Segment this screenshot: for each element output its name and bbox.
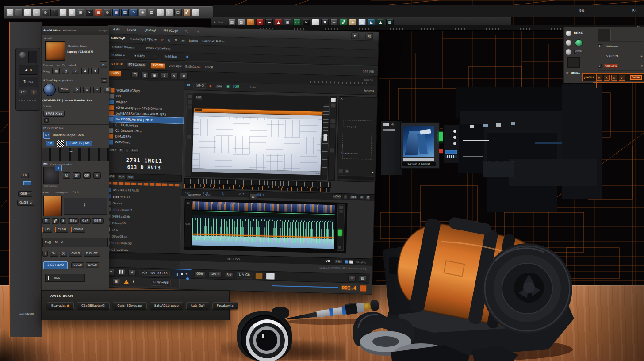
fp-mbw-btn[interactable]: mBw bbox=[58, 87, 70, 92]
bar2-item[interactable]: SSa-GvGgrB TBVa w bbox=[130, 37, 157, 41]
orange-indicator[interactable] bbox=[360, 285, 366, 292]
copy-icon[interactable]: ▣ bbox=[151, 72, 158, 79]
rp-row-paw[interactable]: IRinG bbox=[566, 29, 594, 38]
bar4-item[interactable]: 5 bbox=[153, 54, 155, 58]
thumb-button[interactable]: GM bbox=[83, 172, 91, 179]
fp-button[interactable]: GBM bbox=[92, 218, 104, 224]
fp-x-chip[interactable]: ✕ bbox=[55, 165, 62, 171]
layout-icon-1[interactable]: ⊞ bbox=[348, 275, 356, 281]
fp-button[interactable]: B GbGF bbox=[84, 251, 100, 257]
side-arrow[interactable]: ▸ bbox=[372, 170, 373, 173]
thumb-button[interactable]: G? bbox=[73, 172, 80, 179]
bar2-item[interactable]: JaatBA bbox=[189, 39, 198, 42]
toolbar-icon[interactable]: ▷ bbox=[165, 9, 173, 16]
transport-grid-icon[interactable]: # bbox=[128, 269, 136, 276]
transport-btn-3[interactable]: GB bbox=[225, 272, 234, 278]
fp-button[interactable]: [i] bbox=[60, 251, 67, 257]
save-icon[interactable]: ▥ bbox=[141, 72, 149, 78]
ruler-tab[interactable]: GJ bbox=[222, 192, 225, 195]
dock-knob[interactable] bbox=[19, 52, 26, 58]
rp-dark-slab[interactable] bbox=[567, 57, 580, 68]
toolbar-icon[interactable]: ≡ bbox=[33, 9, 40, 16]
col-chip-2[interactable] bbox=[331, 103, 335, 107]
bottom-tab[interactable]: Bsavadat ● bbox=[47, 302, 74, 309]
fp-button[interactable]: Se bbox=[50, 251, 58, 257]
menu-item[interactable]: mJ bbox=[196, 30, 199, 34]
qr-icon[interactable] bbox=[57, 140, 64, 147]
amber-button[interactable] bbox=[255, 272, 263, 279]
ruler-tab[interactable]: GB 3 bbox=[257, 193, 264, 196]
dock-chip-3[interactable]: GaGB ⊿ bbox=[17, 200, 34, 206]
fp-button[interactable]: E2G8 bbox=[71, 262, 84, 268]
menu-item[interactable]: Lgvaa bbox=[127, 28, 136, 32]
toolbar-icon[interactable]: ▥ bbox=[68, 9, 76, 16]
side-chip-1[interactable]: — bbox=[338, 169, 343, 173]
rp-top-button[interactable] bbox=[598, 29, 611, 41]
toolbar-icon[interactable]: ▤ bbox=[24, 9, 31, 16]
strip-chip[interactable]: 1GB bbox=[117, 175, 125, 179]
col-chip-5[interactable] bbox=[330, 148, 334, 152]
minibar-chip[interactable]: GBJ 7 bbox=[108, 148, 117, 152]
transport-rec-icon[interactable]: ▌▌ bbox=[118, 269, 125, 275]
fp-blue-btn-1[interactable]: So bbox=[46, 141, 54, 146]
toolbar-icon[interactable]: ▤ bbox=[59, 9, 67, 16]
ruler-button[interactable]: 4 bbox=[344, 195, 348, 199]
fp-g7-row[interactable]: G7 Handaa Raqae Gtea bbox=[43, 132, 107, 139]
toolbar-icon[interactable]: ▞ bbox=[183, 9, 191, 16]
fp-button[interactable]: Ca)) bbox=[45, 241, 51, 244]
fp-blue-btn-2[interactable]: SSian 15 | Ma bbox=[66, 141, 92, 146]
menu-item[interactable]: f J bbox=[185, 30, 188, 34]
vp-btn-2[interactable]: ▣ bbox=[226, 84, 230, 88]
minibar-chip[interactable]: 1 bbox=[125, 148, 129, 153]
rp-bar-box[interactable]: 3VGB bbox=[630, 75, 642, 79]
fp-r2-icon-5[interactable]: ⬆ bbox=[91, 68, 99, 74]
film-icon[interactable]: ▥ bbox=[104, 87, 111, 93]
white-canvas[interactable] bbox=[192, 116, 322, 172]
fp-button[interactable]: GW B bbox=[69, 251, 82, 257]
bottom-tab[interactable]: C6aGBSaeturGi bbox=[77, 302, 110, 309]
fp-button[interactable]: | IY bbox=[42, 227, 52, 233]
fp-button[interactable]: j bbox=[42, 251, 48, 257]
orange-chip-button[interactable]: G bbox=[611, 75, 617, 81]
vp-btn-1[interactable]: GBa bbox=[215, 84, 223, 88]
rp-row-gem[interactable] bbox=[566, 38, 594, 47]
vp-zoom-chip[interactable]: GBa bbox=[195, 95, 203, 100]
col-chip-4[interactable] bbox=[330, 124, 335, 128]
dock-chip-2[interactable]: GBB— bbox=[18, 191, 32, 197]
toolbar-icon[interactable]: ◍ bbox=[42, 9, 49, 16]
status-white-sq[interactable] bbox=[349, 261, 353, 264]
bar4-item[interactable]: SaSGBtaa bbox=[164, 54, 177, 58]
wave-slider[interactable] bbox=[337, 204, 345, 251]
refresh-icon[interactable]: ⟳ bbox=[73, 87, 80, 93]
fp-zero-chip[interactable]: 0 bbox=[44, 118, 49, 123]
rack-knob-3[interactable] bbox=[453, 142, 456, 145]
minibar-chip[interactable]: 1 4G bbox=[130, 148, 139, 153]
rp-list-row[interactable]: □ S3GB17A + bbox=[598, 51, 643, 61]
fp-thumbnail[interactable] bbox=[45, 41, 65, 61]
tools-icon[interactable]: ✎ bbox=[170, 73, 178, 79]
bar3-item[interactable]: 4Sruflar. MGaana bbox=[112, 45, 135, 49]
fp-button[interactable]: GBa bbox=[68, 218, 79, 224]
fp-selected-item[interactable]: 3-SST7EtO bbox=[43, 261, 68, 269]
rack-knob-2[interactable] bbox=[453, 136, 456, 139]
fp-button[interactable]: DAG8 bbox=[86, 262, 99, 268]
fp-button[interactable]: GaF bbox=[80, 218, 91, 224]
toolbar-icon[interactable]: ' bbox=[50, 9, 58, 16]
rp-row-3[interactable]: GBGt bbox=[566, 47, 594, 56]
toolbar-icon[interactable]: ➤ bbox=[86, 9, 93, 16]
orange-chip-button[interactable]: M bbox=[596, 75, 602, 81]
dock-blue-indicator[interactable] bbox=[23, 181, 31, 185]
fp-r2-icon-4[interactable]: ♟ bbox=[81, 68, 89, 74]
dock-mute-row[interactable]: ¶ Paa bbox=[19, 77, 38, 87]
dock-slider[interactable] bbox=[28, 51, 37, 63]
bottom-tab[interactable]: Gaiar 3Gwkuagr bbox=[113, 302, 147, 309]
open-folder-icon[interactable]: ❐ bbox=[131, 71, 139, 78]
toolbar-icon[interactable]: ▦ bbox=[95, 9, 102, 16]
fp-r2-icon-2[interactable]: ◔ bbox=[62, 68, 69, 74]
dock-chip-la[interactable]: La bbox=[21, 173, 29, 178]
slider-green-thumb[interactable] bbox=[338, 230, 342, 236]
ruler-button[interactable]: ⊞ bbox=[359, 195, 364, 200]
toolbar-icon[interactable]: · bbox=[15, 9, 23, 16]
waveform-area[interactable] bbox=[192, 215, 335, 249]
fp-roo-row[interactable]: -- ROO bbox=[45, 274, 85, 282]
